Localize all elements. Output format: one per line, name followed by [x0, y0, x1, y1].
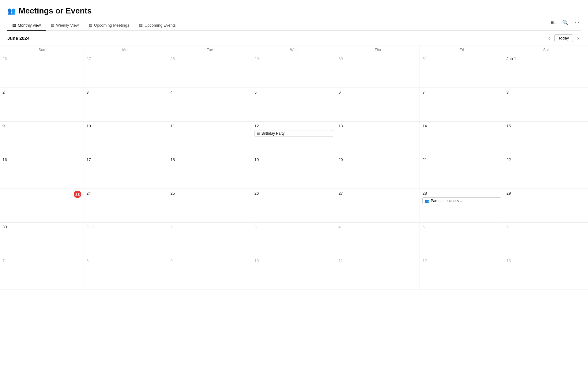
day-number: 21	[422, 157, 427, 162]
day-cell[interactable]: 10	[84, 122, 168, 155]
day-number: 3	[254, 225, 257, 229]
month-label: June 2024	[7, 36, 30, 41]
day-number: 10	[254, 258, 259, 263]
title-row: 👥 Meetings or Events	[7, 6, 581, 16]
day-cell[interactable]: 10	[252, 256, 336, 290]
day-cell[interactable]: 8	[84, 256, 168, 290]
day-cell[interactable]: 4	[336, 223, 420, 256]
day-cell[interactable]: 17	[84, 155, 168, 189]
day-number: 24	[86, 191, 91, 196]
header-mon: Mon	[84, 46, 168, 54]
tab-upcoming-meetings-icon: ▦	[89, 23, 92, 28]
filter-button[interactable]: ≡↕	[550, 19, 557, 27]
day-number: 27	[86, 56, 91, 61]
day-cell[interactable]: 30	[0, 223, 84, 256]
day-cell[interactable]: 9	[0, 122, 84, 155]
day-number: 26	[2, 56, 7, 61]
day-cell[interactable]: 21	[420, 155, 504, 189]
day-cell[interactable]: 19	[252, 155, 336, 189]
day-cell[interactable]: Jul 1	[84, 223, 168, 256]
day-cell[interactable]: 31	[420, 54, 504, 88]
day-cell[interactable]: 18	[168, 155, 252, 189]
day-number: 28	[422, 191, 427, 196]
day-number: 30	[2, 225, 7, 229]
day-cell[interactable]: 11	[336, 256, 420, 290]
tab-monthly[interactable]: ▦ Monthly view	[7, 21, 46, 31]
tab-upcoming-events-label: Upcoming Events	[145, 23, 176, 28]
tab-upcoming-events-icon: ▦	[139, 23, 143, 28]
day-cell[interactable]: 29	[252, 54, 336, 88]
day-number: 18	[171, 157, 175, 162]
day-cell[interactable]: 5	[252, 88, 336, 122]
day-cell[interactable]: Jun 1	[504, 54, 588, 88]
day-cell[interactable]: 30	[336, 54, 420, 88]
day-cell[interactable]: 13	[504, 256, 588, 290]
day-number: 17	[86, 157, 91, 162]
day-cell[interactable]: 28👥Parents-teachers ...	[420, 189, 504, 223]
day-number: 12	[254, 124, 259, 128]
more-button[interactable]: ⋯	[573, 18, 581, 27]
day-cell[interactable]: 7	[420, 88, 504, 122]
tab-monthly-icon: ▦	[12, 23, 16, 28]
day-cell[interactable]: 6	[504, 223, 588, 256]
tab-weekly[interactable]: ▦ Weekly View	[46, 21, 84, 31]
day-cell[interactable]: 2	[168, 223, 252, 256]
day-cell[interactable]: 27	[84, 54, 168, 88]
day-number: Jul 1	[86, 225, 95, 229]
day-cell[interactable]: 26	[252, 189, 336, 223]
tab-upcoming-meetings[interactable]: ▦ Upcoming Meetings	[84, 21, 134, 31]
next-month-button[interactable]: ›	[575, 35, 581, 42]
day-number: 26	[254, 191, 259, 196]
day-number: 25	[171, 191, 175, 196]
toolbar-right: ≡↕ 🔍 ⋯	[550, 18, 581, 27]
day-cell[interactable]: 28	[168, 54, 252, 88]
day-cell[interactable]: 13	[336, 122, 420, 155]
day-cell[interactable]: 22	[504, 155, 588, 189]
day-cell[interactable]: 9	[168, 256, 252, 290]
day-number: Jun 1	[507, 56, 516, 61]
day-number: 4	[338, 225, 341, 229]
day-cell[interactable]: 4	[168, 88, 252, 122]
day-cell[interactable]: 14	[420, 122, 504, 155]
day-cell[interactable]: 12▦Birthday Party	[252, 122, 336, 155]
prev-month-button[interactable]: ‹	[547, 35, 552, 42]
day-cell[interactable]: 7	[0, 256, 84, 290]
day-cell[interactable]: 29	[504, 189, 588, 223]
today-button[interactable]: Today	[554, 34, 573, 42]
day-cell[interactable]: 5	[420, 223, 504, 256]
day-cell[interactable]: 24	[84, 189, 168, 223]
search-button[interactable]: 🔍	[561, 18, 570, 27]
day-number: 2	[2, 90, 5, 95]
day-number: 11	[171, 124, 175, 128]
day-cell[interactable]: 15	[504, 122, 588, 155]
day-number: 9	[171, 258, 173, 263]
day-number: 27	[338, 191, 343, 196]
day-cell[interactable]: 11	[168, 122, 252, 155]
day-cell[interactable]: 16	[0, 155, 84, 189]
day-number: 6	[338, 90, 341, 95]
day-cell[interactable]: 3	[84, 88, 168, 122]
day-cell[interactable]: 12	[420, 256, 504, 290]
day-cell[interactable]: 3	[252, 223, 336, 256]
day-number: 16	[2, 157, 7, 162]
day-number: 10	[86, 124, 91, 128]
day-cell[interactable]: 8	[504, 88, 588, 122]
day-cell[interactable]: 27	[336, 189, 420, 223]
day-number: 13	[507, 258, 511, 263]
day-cell[interactable]: 20	[336, 155, 420, 189]
day-cell[interactable]: 23	[0, 189, 84, 223]
event-icon: 👥	[425, 199, 429, 203]
tab-upcoming-events[interactable]: ▦ Upcoming Events	[134, 21, 181, 31]
event-item[interactable]: 👥Parents-teachers ...	[422, 197, 501, 204]
day-cell[interactable]: 26	[0, 54, 84, 88]
day-number: 28	[171, 56, 175, 61]
event-item[interactable]: ▦Birthday Party	[254, 130, 333, 137]
header-sun: Sun	[0, 46, 84, 54]
day-cell[interactable]: 2	[0, 88, 84, 122]
header-tue: Tue	[168, 46, 252, 54]
day-number: 2	[171, 225, 173, 229]
header-fri: Fri	[420, 46, 504, 54]
day-number: 23	[74, 191, 81, 198]
day-cell[interactable]: 25	[168, 189, 252, 223]
day-cell[interactable]: 6	[336, 88, 420, 122]
